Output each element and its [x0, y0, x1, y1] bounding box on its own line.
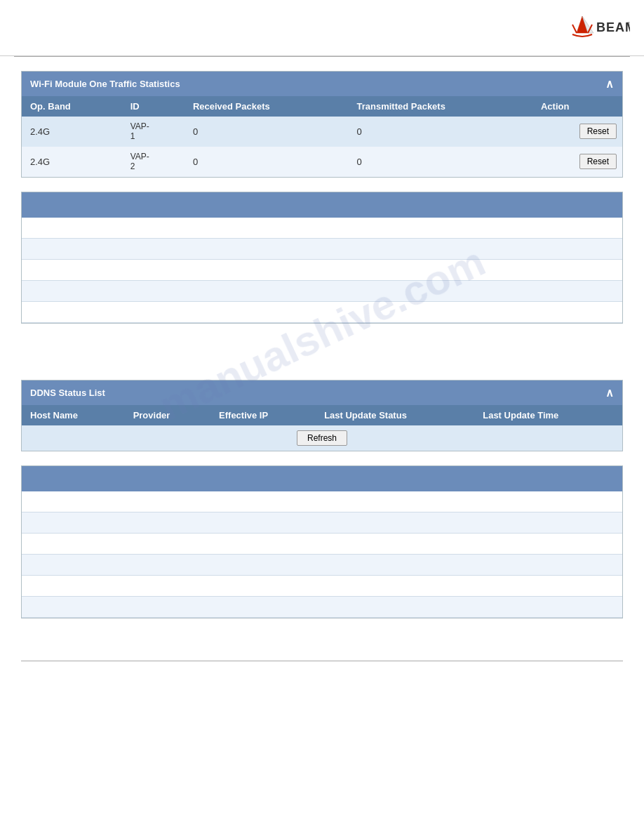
wifi-col-opband: Op. Band [22, 96, 122, 117]
wifi-collapse-icon[interactable]: ∧ [605, 77, 614, 91]
svg-line-2 [572, 25, 577, 33]
ddns-panel-title: DDNS Status List [30, 388, 105, 398]
ddns-col-provider: Provider [125, 405, 210, 425]
empty-row [22, 281, 622, 302]
beam-logo: BEAM ® [546, 11, 630, 46]
ddns-col-updatestatus: Last Update Status [316, 405, 474, 425]
wifi-table: Op. Band ID Received Packets Transmitted… [22, 96, 622, 177]
ddns-panel: DDNS Status List ∧ Host Name Provider Ef… [21, 380, 623, 451]
empty-row [22, 302, 622, 323]
ddns-refresh-row: Refresh [22, 425, 622, 451]
header: BEAM ® [0, 0, 644, 56]
ddns-col-updatetime: Last Update Time [474, 405, 622, 425]
main-content: Wi-Fi Module One Traffic Statistics ∧ Op… [0, 57, 644, 647]
empty-row [22, 218, 622, 239]
reset-button[interactable]: Reset [579, 124, 617, 139]
vap-id-line1: VAP- [130, 121, 176, 131]
vap-id-line2: 1 [130, 131, 176, 141]
wifi-table-row: 2.4GVAP-100Reset [22, 117, 622, 147]
empty-row [22, 534, 622, 555]
empty-row [22, 260, 622, 281]
wifi-table-row: 2.4GVAP-200Reset [22, 147, 622, 177]
empty-row [22, 512, 622, 534]
logo-container: BEAM ® [546, 11, 630, 46]
svg-text:®: ® [626, 21, 630, 27]
ddns-table: Host Name Provider Effective IP Last Upd… [22, 405, 622, 451]
ddns-col-hostname: Host Name [22, 405, 125, 425]
wifi-cell-action: Reset [532, 117, 622, 147]
empty-panel-2-header [22, 466, 622, 491]
ddns-refresh-cell: Refresh [22, 425, 622, 451]
empty-panel-1-header [22, 192, 622, 218]
wifi-col-received: Received Packets [185, 96, 349, 117]
empty-panel-2 [21, 465, 623, 618]
wifi-cell-id: VAP-2 [122, 147, 185, 177]
wifi-cell-action: Reset [532, 147, 622, 177]
wifi-panel-title: Wi-Fi Module One Traffic Statistics [30, 79, 180, 89]
empty-panel-1 [21, 192, 623, 324]
wifi-col-transmitted: Transmitted Packets [348, 96, 532, 117]
empty-row [22, 597, 622, 618]
empty-row [22, 239, 622, 260]
wifi-panel: Wi-Fi Module One Traffic Statistics ∧ Op… [21, 71, 623, 178]
svg-text:BEAM: BEAM [596, 20, 630, 34]
wifi-panel-header: Wi-Fi Module One Traffic Statistics ∧ [22, 72, 622, 96]
footer-divider [21, 661, 623, 661]
vap-id-line2: 2 [130, 161, 176, 171]
empty-row [22, 576, 622, 597]
wifi-cell-received: 0 [185, 147, 349, 177]
refresh-button[interactable]: Refresh [297, 430, 347, 446]
empty-row [22, 555, 622, 576]
spacer [21, 338, 623, 380]
wifi-cell-received: 0 [185, 117, 349, 147]
reset-button[interactable]: Reset [579, 154, 617, 169]
wifi-col-action: Action [532, 96, 622, 117]
ddns-collapse-icon[interactable]: ∧ [605, 386, 614, 399]
ddns-panel-header: DDNS Status List ∧ [22, 380, 622, 405]
vap-id-line1: VAP- [130, 152, 176, 161]
ddns-col-effectiveip: Effective IP [210, 405, 316, 425]
wifi-cell-transmitted: 0 [348, 117, 532, 147]
wifi-cell-id: VAP-1 [122, 117, 185, 147]
wifi-cell-opband: 2.4G [22, 147, 122, 177]
empty-row [22, 491, 622, 512]
wifi-col-id: ID [122, 96, 185, 117]
wifi-cell-transmitted: 0 [348, 147, 532, 177]
wifi-cell-opband: 2.4G [22, 117, 122, 147]
